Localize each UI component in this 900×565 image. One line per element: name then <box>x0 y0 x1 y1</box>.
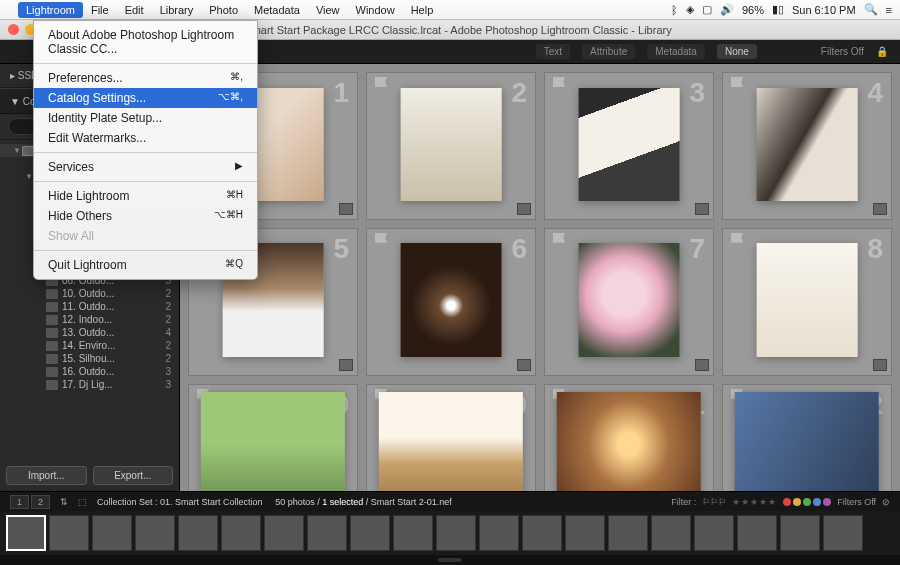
grid-cell[interactable]: 7 <box>544 228 714 376</box>
airplay-icon[interactable]: ▢ <box>702 3 712 16</box>
badge-icon[interactable] <box>339 203 353 215</box>
close-window-button[interactable] <box>8 24 19 35</box>
flag-filter-icon[interactable]: ⚐⚐⚐ <box>702 497 726 507</box>
photo-thumbnail[interactable] <box>401 88 502 202</box>
battery-icon[interactable]: ▮▯ <box>772 3 784 16</box>
clock[interactable]: Sun 6:10 PM <box>792 4 856 16</box>
menu-item[interactable]: Catalog Settings...⌥⌘, <box>34 88 257 108</box>
lightroom-app-menu[interactable]: About Adobe Photoshop Lightroom Classic … <box>33 20 258 280</box>
filter-attribute[interactable]: Attribute <box>582 44 635 59</box>
badge-icon[interactable] <box>873 359 887 371</box>
badge-icon[interactable] <box>695 203 709 215</box>
filmstrip-thumb[interactable] <box>350 515 390 551</box>
flag-icon[interactable] <box>375 233 387 243</box>
menu-metadata[interactable]: Metadata <box>246 2 308 18</box>
filmstrip-thumb[interactable] <box>6 515 46 551</box>
photo-thumbnail[interactable] <box>579 243 680 357</box>
view-mode-1[interactable]: 1 <box>10 495 29 509</box>
menu-file[interactable]: File <box>83 2 117 18</box>
grid-cell[interactable]: 4 <box>722 72 892 220</box>
color-label-filter[interactable] <box>783 498 831 506</box>
collection-row[interactable]: 15. Silhou...2 <box>0 352 179 365</box>
grid-cell[interactable]: 8 <box>722 228 892 376</box>
photo-thumbnail[interactable] <box>379 392 523 491</box>
filter-none[interactable]: None <box>717 44 757 59</box>
filmstrip-thumb[interactable] <box>479 515 519 551</box>
filmstrip-thumb[interactable] <box>651 515 691 551</box>
filmstrip-thumb[interactable] <box>221 515 261 551</box>
filmstrip-thumb[interactable] <box>264 515 304 551</box>
filters-off-toggle[interactable]: Filters Off <box>837 497 876 507</box>
photo-thumbnail[interactable] <box>579 88 680 202</box>
bluetooth-icon[interactable]: ᛒ <box>671 4 678 16</box>
volume-icon[interactable]: 🔊 <box>720 3 734 16</box>
filter-metadata[interactable]: Metadata <box>647 44 705 59</box>
photo-thumbnail[interactable] <box>735 392 879 491</box>
menu-window[interactable]: Window <box>348 2 403 18</box>
filmstrip-thumb[interactable] <box>393 515 433 551</box>
sort-icon[interactable]: ⇅ <box>60 497 68 507</box>
filter-lock-icon[interactable]: ⊘ <box>882 497 890 507</box>
photo-thumbnail[interactable] <box>201 392 345 491</box>
filters-off-label[interactable]: Filters Off <box>821 46 864 57</box>
filmstrip-thumb[interactable] <box>436 515 476 551</box>
photo-thumbnail[interactable] <box>557 392 701 491</box>
menu-photo[interactable]: Photo <box>201 2 246 18</box>
badge-icon[interactable] <box>517 203 531 215</box>
menu-item[interactable]: Edit Watermarks... <box>34 128 257 148</box>
export-button[interactable]: Export... <box>93 466 174 485</box>
menu-lightroom[interactable]: Lightroom <box>18 2 83 18</box>
collection-row[interactable]: 14. Enviro...2 <box>0 339 179 352</box>
collection-row[interactable]: 13. Outdo...4 <box>0 326 179 339</box>
photo-thumbnail[interactable] <box>757 88 858 202</box>
collection-row[interactable]: 17. Dj Lig...3 <box>0 378 179 391</box>
badge-icon[interactable] <box>517 359 531 371</box>
grid-cell[interactable]: 11 <box>544 384 714 491</box>
import-button[interactable]: Import... <box>6 466 87 485</box>
filter-lock-icon[interactable]: 🔒 <box>876 46 888 57</box>
flag-icon[interactable] <box>375 77 387 87</box>
grid-cell[interactable]: 3 <box>544 72 714 220</box>
photo-thumbnail[interactable] <box>401 243 502 357</box>
filmstrip-thumb[interactable] <box>780 515 820 551</box>
rating-filter[interactable]: ★★★★★ <box>732 497 777 507</box>
filmstrip-thumb[interactable] <box>737 515 777 551</box>
flag-icon[interactable] <box>553 233 565 243</box>
spotlight-icon[interactable]: 🔍 <box>864 3 878 16</box>
badge-icon[interactable] <box>873 203 887 215</box>
collection-row[interactable]: 10. Outdo...2 <box>0 287 179 300</box>
filmstrip-thumb[interactable] <box>608 515 648 551</box>
painter-icon[interactable]: ⬚ <box>78 497 87 507</box>
filmstrip-thumb[interactable] <box>565 515 605 551</box>
collection-row[interactable]: 16. Outdo...3 <box>0 365 179 378</box>
wifi-icon[interactable]: ◈ <box>686 3 694 16</box>
menu-library[interactable]: Library <box>152 2 202 18</box>
menu-item[interactable]: Hide Others⌥⌘H <box>34 206 257 226</box>
filmstrip-thumb[interactable] <box>92 515 132 551</box>
grid-cell[interactable]: 6 <box>366 228 536 376</box>
filmstrip-thumb[interactable] <box>823 515 863 551</box>
menu-item[interactable]: Quit Lightroom⌘Q <box>34 255 257 275</box>
menu-edit[interactable]: Edit <box>117 2 152 18</box>
grid-view[interactable]: 123456789101112 <box>180 64 900 491</box>
filmstrip[interactable] <box>0 511 900 555</box>
flag-icon[interactable] <box>731 233 743 243</box>
filmstrip-thumb[interactable] <box>178 515 218 551</box>
filmstrip-thumb[interactable] <box>522 515 562 551</box>
view-mode-2[interactable]: 2 <box>31 495 50 509</box>
menu-item[interactable]: Preferences...⌘, <box>34 68 257 88</box>
grid-cell[interactable]: 12 <box>722 384 892 491</box>
menu-help[interactable]: Help <box>403 2 442 18</box>
grid-cell[interactable]: 2 <box>366 72 536 220</box>
filmstrip-thumb[interactable] <box>694 515 734 551</box>
collection-row[interactable]: 11. Outdo...2 <box>0 300 179 313</box>
badge-icon[interactable] <box>339 359 353 371</box>
flag-icon[interactable] <box>553 77 565 87</box>
grid-cell[interactable]: 10 <box>366 384 536 491</box>
collection-row[interactable]: 12. Indoo...2 <box>0 313 179 326</box>
photo-thumbnail[interactable] <box>757 243 858 357</box>
notification-center-icon[interactable]: ≡ <box>886 4 892 16</box>
badge-icon[interactable] <box>695 359 709 371</box>
breadcrumb[interactable]: Collection Set : 01. Smart Start Collect… <box>97 497 452 507</box>
filmstrip-handle[interactable] <box>0 555 900 565</box>
